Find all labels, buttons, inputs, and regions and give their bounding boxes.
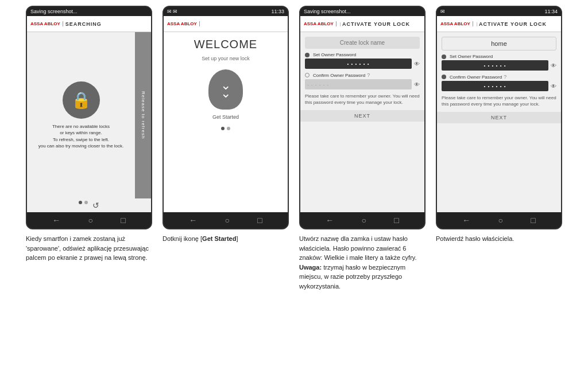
set-owner-input-4[interactable]: • • • • • • <box>442 60 548 71</box>
home-icon-3[interactable]: ○ <box>362 216 366 225</box>
recent-icon-1[interactable]: □ <box>121 216 125 225</box>
status-left-4: ✉ <box>440 9 445 14</box>
nav-bar-3: ← ○ □ <box>300 212 424 228</box>
confirm-owner-row-4: • • • • • • 👁 <box>442 81 556 91</box>
lock-icon: 🔒 <box>71 91 91 110</box>
confirm-dots-4: • • • • • • <box>484 84 506 89</box>
dot-s2-1 <box>221 127 225 130</box>
caption-4: Potwierdź hasło właściciela. <box>436 234 562 244</box>
separator-3: | <box>340 21 341 26</box>
activate-main-3: Set Owner Password • • • • • • 👁 <box>300 32 424 110</box>
status-bar-1: Saving screenshot... <box>27 7 151 16</box>
app-header-2: ASSA ABLOY <box>164 16 288 32</box>
set-owner-indicator-4 <box>442 54 446 59</box>
back-icon-4[interactable]: ← <box>462 216 470 225</box>
status-left-2: ✉ ✉ <box>167 9 177 14</box>
caption-2: Dotknij ikonę [Get Started] <box>163 234 289 244</box>
recent-icon-2[interactable]: □ <box>257 216 262 225</box>
back-icon-2[interactable]: ← <box>189 216 197 225</box>
confirm-owner-row: - - - - - - 👁 <box>305 79 420 89</box>
notice-text-3: Please take care to remember your owner.… <box>305 93 420 106</box>
home-icon-2[interactable]: ○ <box>225 216 230 225</box>
set-owner-input[interactable]: • • • • • • <box>305 59 412 69</box>
set-owner-section-4: Set Owner Password • • • • • • 👁 <box>442 54 556 71</box>
phone-wrapper-2: ✉ ✉ 11:33 ASSA ABLOY WELCOME Set up your… <box>160 6 292 291</box>
msg-icon: ✉ <box>173 9 177 14</box>
refresh-tab[interactable]: Release to refresh <box>135 32 151 198</box>
sim-icon-4: ✉ <box>440 9 445 14</box>
app-header-1: ASSA ABLOY SEARCHING <box>27 16 151 32</box>
home-icon-4[interactable]: ○ <box>498 216 503 225</box>
confirm-owner-indicator <box>305 73 310 77</box>
screenshots-row: Saving screenshot... ASSA ABLOY SEARCHIN… <box>6 6 582 291</box>
confirm-owner-indicator-4 <box>442 75 446 79</box>
assa-logo-3: ASSA ABLOY <box>304 21 336 27</box>
confirm-owner-section: Confirm Owner Password ? - - - - - - 👁 <box>305 72 420 89</box>
set-owner-label: Set Owner Password <box>313 52 356 57</box>
phone-4: ✉ 11:34 ASSA ABLOY | ACTIVATE YOUR LOCK <box>436 6 562 229</box>
screen1-content: 🔒 There are no available locks or keys w… <box>27 32 151 212</box>
confirm-eye-icon[interactable]: 👁 <box>414 81 420 88</box>
phone-3: Saving screenshot... ASSA ABLOY | ACTIVA… <box>299 6 425 229</box>
assa-logo-1: ASSA ABLOY <box>30 21 63 27</box>
assa-logo-4: ASSA ABLOY <box>440 21 473 27</box>
phone-2: ✉ ✉ 11:33 ASSA ABLOY WELCOME Set up your… <box>163 6 289 229</box>
separator-4: | <box>477 21 478 26</box>
dot-s2-2 <box>227 127 230 130</box>
status-right-4: 11:34 <box>544 9 558 14</box>
set-owner-label-4: Set Owner Password <box>450 54 493 59</box>
header-title-4: ACTIVATE YOUR LOCK <box>479 21 547 27</box>
set-owner-eye-icon[interactable]: 👁 <box>414 61 420 67</box>
set-owner-row: • • • • • • 👁 <box>305 59 420 69</box>
get-started-button[interactable]: ⌄ ⌄ <box>208 69 243 110</box>
recent-icon-4[interactable]: □ <box>531 216 535 225</box>
next-button-3[interactable]: NEXT <box>300 110 424 122</box>
back-icon-3[interactable]: ← <box>326 216 334 225</box>
question-icon[interactable]: ? <box>367 72 370 78</box>
set-owner-indicator <box>305 53 310 57</box>
status-bar-3: Saving screenshot... <box>300 7 424 16</box>
phone-wrapper-3: Saving screenshot... ASSA ABLOY | ACTIVA… <box>296 6 428 291</box>
nav-bar-2: ← ○ □ <box>164 212 288 228</box>
screen2-dots <box>221 127 230 130</box>
nav-bar-4: ← ○ □ <box>437 212 561 228</box>
set-owner-eye-icon-4[interactable]: 👁 <box>551 63 556 69</box>
app-header-4: ASSA ABLOY | ACTIVATE YOUR LOCK <box>437 16 561 32</box>
dot-1 <box>79 201 82 204</box>
lock-name-filled[interactable] <box>442 37 556 50</box>
caption-3: Utwórz nazwę dla zamka i ustaw hasło wła… <box>299 234 425 291</box>
next-button-4[interactable]: NEXT <box>437 112 561 123</box>
dot-2 <box>84 201 88 204</box>
back-icon-1[interactable]: ← <box>52 216 60 225</box>
confirm-dots: - - - - - - <box>305 82 331 87</box>
set-owner-row-4: • • • • • • 👁 <box>442 60 556 71</box>
phone-wrapper-1: Saving screenshot... ASSA ABLOY SEARCHIN… <box>23 6 155 291</box>
lock-name-input[interactable] <box>305 37 420 49</box>
assa-logo-2: ASSA ABLOY <box>167 21 200 27</box>
phone-wrapper-4: ✉ 11:34 ASSA ABLOY | ACTIVATE YOUR LOCK <box>433 6 565 291</box>
screen1-main: 🔒 There are no available locks or keys w… <box>27 32 151 198</box>
header-title-3: ACTIVATE YOUR LOCK <box>342 21 410 27</box>
recent-icon-3[interactable]: □ <box>394 216 399 225</box>
caption-1: Kiedy smartfon i zamek zostaną już 'spar… <box>26 234 152 263</box>
status-left-1: Saving screenshot... <box>30 9 78 14</box>
confirm-owner-input[interactable]: - - - - - - <box>305 79 412 89</box>
confirm-owner-input-4[interactable]: • • • • • • <box>442 81 548 91</box>
status-bar-2: ✉ ✉ 11:33 <box>164 7 288 16</box>
lock-circle: 🔒 <box>63 81 100 119</box>
caption-2-text: Dotknij ikonę [Get Started] <box>163 235 238 242</box>
question-icon-4[interactable]: ? <box>504 74 506 80</box>
set-owner-dots-4: • • • • • • <box>484 63 506 68</box>
chevron-down-icon-2: ⌄ <box>220 87 231 100</box>
screen4-content: Set Owner Password • • • • • • 👁 <box>437 32 561 212</box>
welcome-title: WELCOME <box>194 38 257 51</box>
confirm-owner-label-4: Confirm Owner Password <box>450 75 502 80</box>
notice-text-4: Please take care to remember your owner.… <box>442 95 556 107</box>
welcome-main: WELCOME Set up your new lock ⌄ ⌄ Get Sta… <box>164 32 288 130</box>
status-left-3: Saving screenshot... <box>304 9 351 14</box>
confirm-eye-icon-4[interactable]: 👁 <box>551 83 556 89</box>
time-2: 11:33 <box>271 9 284 14</box>
refresh-btn[interactable]: ↺ <box>92 201 99 210</box>
screen3-content: Set Owner Password • • • • • • 👁 <box>300 32 424 212</box>
home-icon-1[interactable]: ○ <box>88 216 93 225</box>
